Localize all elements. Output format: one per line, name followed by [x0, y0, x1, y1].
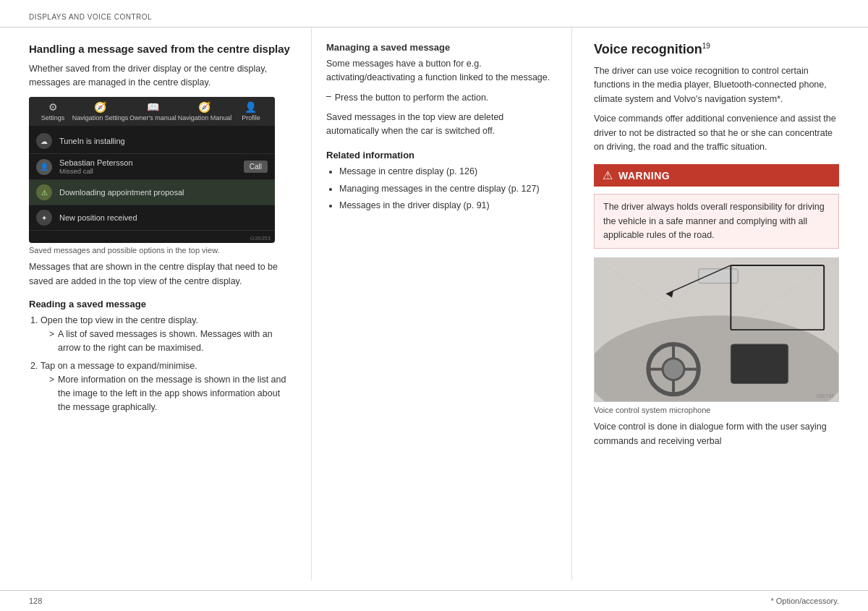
left-section-title: Handling a message saved from the centre… [29, 42, 293, 56]
nav-settings: ⚙ Settings [35, 101, 71, 121]
sebastian-name: Sebastian Petersson [59, 158, 244, 167]
nav-nav-settings: 🧭 Navigation Settings [72, 101, 129, 121]
related-title: Related information [326, 150, 557, 161]
warning-content: The driver always holds overall responsi… [594, 194, 839, 249]
related-item-2-text: Managing messages in the centre display … [339, 184, 540, 194]
svg-point-3 [663, 359, 684, 380]
svg-rect-8 [731, 344, 788, 384]
step-2-text: Tap on a message to expand/minimise. [41, 361, 197, 371]
sebastian-call-button[interactable]: Call [244, 161, 268, 173]
related-item-2: Managing messages in the centre display … [339, 182, 557, 196]
header-text: DISPLAYS AND VOICE CONTROL [29, 13, 152, 21]
photo-caption: Voice control system microphone [594, 406, 839, 414]
superscript: 19 [702, 42, 710, 50]
warning-triangle-icon: ⚠ [603, 168, 613, 182]
sebastian-content: Sebastian Petersson Missed call [59, 158, 244, 175]
tunein-name: TuneIn is installing [59, 137, 268, 145]
page-number: 128 [29, 597, 42, 605]
dash-text: Press the button to perform the action. [335, 91, 489, 105]
position-icon: ✦ [36, 210, 52, 226]
warning-text: The driver always holds overall responsi… [603, 202, 825, 240]
nav-manual: 🧭 Navigation Manual [178, 101, 232, 121]
step-2-sub-text: More information on the message is shown… [58, 373, 293, 414]
downloading-name: Downloading appointment proposal [59, 188, 268, 197]
sebastian-sub: Missed call [59, 167, 244, 175]
main-content: Handling a message saved from the centre… [0, 27, 868, 581]
related-item-3-text: Messages in the driver display (p. 91) [339, 200, 490, 210]
car-ui-caption: Saved messages and possible options in t… [29, 246, 293, 255]
reading-title: Reading a saved message [29, 299, 293, 309]
arrow-icon-2: > [49, 373, 54, 414]
nav-owners-label: Owner's manual [129, 114, 176, 121]
nav-settings-icon: 🧭 [94, 101, 106, 113]
step-1: Open the top view in the centre display.… [41, 314, 293, 355]
tunein-icon: ☁ [36, 133, 52, 149]
dash-symbol: – [326, 91, 331, 105]
downloading-icon: ⚠ [36, 184, 52, 200]
left-intro: Whether saved from the driver display or… [29, 62, 293, 90]
tunein-content: TuneIn is installing [59, 137, 268, 145]
mid-column: Managing a saved message Some messages h… [311, 27, 571, 581]
car-photo: G80745 [594, 257, 839, 402]
nav-settings-label: Settings [41, 114, 65, 121]
msg-sebastian: 👤 Sebastian Petersson Missed call Call [29, 154, 275, 180]
related-list: Message in centre display (p. 126) Manag… [326, 165, 557, 213]
profile-icon: 👤 [244, 101, 257, 113]
msg-downloading: ⚠ Downloading appointment proposal [29, 180, 275, 205]
right-title-text: Voice recognition [594, 42, 702, 56]
page-header: DISPLAYS AND VOICE CONTROL [0, 0, 868, 27]
right-title: Voice recognition19 [594, 42, 839, 57]
steps-list: Open the top view in the centre display.… [29, 314, 293, 414]
managing-title: Managing a saved message [326, 42, 557, 53]
related-item-1-text: Message in centre display (p. 126) [339, 166, 477, 176]
downloading-content: Downloading appointment proposal [59, 188, 268, 197]
car-ui-footer: G36353 [29, 234, 275, 243]
step-2-sub: > More information on the message is sho… [49, 373, 293, 414]
nav-profile-label: Profile [242, 114, 260, 121]
msg-tunein: ☁ TuneIn is installing [29, 129, 275, 154]
warning-box: ⚠ WARNING [594, 164, 839, 187]
car-ui-header: ⚙ Settings 🧭 Navigation Settings 📖 Owner… [29, 97, 275, 126]
sebastian-icon: 👤 [36, 159, 52, 175]
position-content: New position received [59, 213, 268, 222]
right-para1: The driver can use voice recognition to … [594, 64, 839, 106]
car-ui-messages: ☁ TuneIn is installing 👤 Sebastian Peter… [29, 126, 275, 234]
right-para3: Voice control is done in dialogue form w… [594, 420, 839, 448]
msg-position: ✦ New position received [29, 205, 275, 231]
managing-body: Some messages have a button for e.g. act… [326, 57, 557, 85]
right-column: Voice recognition19 The driver can use v… [571, 27, 839, 581]
position-name: New position received [59, 213, 268, 222]
nav-manual-label: Navigation Manual [178, 114, 232, 121]
dash-item: – Press the button to perform the action… [326, 91, 557, 105]
left-column: Handling a message saved from the centre… [29, 27, 311, 581]
related-item-3: Messages in the driver display (p. 91) [339, 199, 557, 213]
page-footer: 128 * Option/accessory. [0, 590, 868, 611]
nav-profile: 👤 Profile [233, 101, 269, 121]
svg-text:G80745: G80745 [816, 394, 834, 399]
settings-icon: ⚙ [48, 101, 58, 113]
car-interior-svg: G80745 [595, 258, 838, 401]
step-2: Tap on a message to expand/minimise. > M… [41, 359, 293, 414]
footnote: * Option/accessory. [770, 597, 839, 605]
related-item-1: Message in centre display (p. 126) [339, 165, 557, 179]
step-1-sub: > A list of saved messages is shown. Mes… [49, 328, 293, 355]
book-icon: 📖 [147, 101, 159, 113]
step-1-sub-text: A list of saved messages is shown. Messa… [58, 328, 293, 355]
arrow-icon-1: > [49, 328, 54, 355]
nav-owners: 📖 Owner's manual [129, 101, 176, 121]
car-ui-mockup: ⚙ Settings 🧭 Navigation Settings 📖 Owner… [29, 97, 275, 243]
car-ui-id: G36353 [250, 235, 271, 242]
warning-label: WARNING [618, 170, 670, 181]
left-body1: Messages that are shown in the centre di… [29, 260, 293, 289]
right-para2: Voice commands offer additional convenie… [594, 112, 839, 154]
step-1-text: Open the top view in the centre display. [41, 315, 198, 325]
saved-body: Saved messages in the top view are delet… [326, 111, 557, 139]
nav-nav-label: Navigation Settings [72, 114, 129, 121]
nav-manual-icon: 🧭 [198, 101, 210, 113]
